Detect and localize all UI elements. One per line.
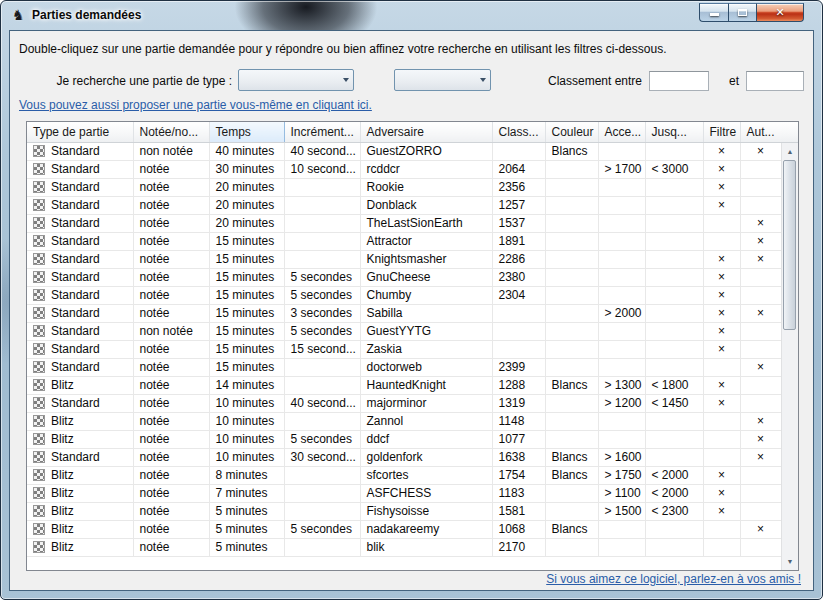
- column-header-increment[interactable]: Incrément...: [284, 122, 360, 142]
- game-row[interactable]: Standardnotée10 minutes40 second...major…: [27, 394, 781, 412]
- column-header-aut[interactable]: Aut...: [740, 122, 781, 142]
- scroll-up-button[interactable]: ▲: [782, 143, 798, 160]
- game-row[interactable]: Blitznotée10 minutesZannol1148×: [27, 412, 781, 430]
- column-header-filtre[interactable]: Filtre: [703, 122, 740, 142]
- cell-classement: [492, 322, 545, 340]
- column-header-notee[interactable]: Notée/no...: [133, 122, 209, 142]
- cell-jusq: [645, 214, 703, 232]
- game-row[interactable]: Standardnotée15 minutesdoctorweb2399×: [27, 358, 781, 376]
- cell-classement: 1319: [492, 394, 545, 412]
- cell-type: Standard: [27, 214, 133, 232]
- cell-aut: ×: [740, 358, 781, 376]
- cell-aut: ×: [740, 520, 781, 538]
- cell-classement: 1257: [492, 196, 545, 214]
- game-row[interactable]: Standardnotée30 minutes10 second...rcddc…: [27, 160, 781, 178]
- chessboard-icon: [33, 199, 45, 211]
- game-row[interactable]: Blitznotée14 minutesHauntedKnight1288Bla…: [27, 376, 781, 394]
- cell-filtre: [703, 412, 740, 430]
- cell-filtre: [703, 214, 740, 232]
- column-header-temps[interactable]: Temps: [209, 122, 284, 142]
- cell-adversaire: Zaskia: [360, 340, 492, 358]
- column-header-acce[interactable]: Acce...: [598, 122, 645, 142]
- scrollbar-thumb[interactable]: [783, 160, 796, 330]
- cell-adversaire: Donblack: [360, 196, 492, 214]
- game-row[interactable]: Standardnotée15 minutes15 second...Zaski…: [27, 340, 781, 358]
- game-row[interactable]: Standardnon notée15 minutes5 secondesGue…: [27, 322, 781, 340]
- cell-increment: [284, 196, 360, 214]
- column-header-couleur[interactable]: Couleur: [545, 122, 598, 142]
- cell-acce: [598, 232, 645, 250]
- cell-adversaire: nadakareemy: [360, 520, 492, 538]
- cell-couleur: [545, 484, 598, 502]
- game-row[interactable]: Standardnotée20 minutesRookie2356×: [27, 178, 781, 196]
- cell-temps: 15 minutes: [209, 322, 284, 340]
- scroll-down-button[interactable]: ▼: [782, 553, 798, 570]
- cell-notee: notée: [133, 466, 209, 484]
- cell-adversaire: blik: [360, 538, 492, 556]
- rating-min-input[interactable]: [649, 71, 709, 91]
- chessboard-icon: [33, 433, 45, 445]
- cell-type: Standard: [27, 160, 133, 178]
- game-row[interactable]: Standardnotée15 minutes5 secondesChumby2…: [27, 286, 781, 304]
- cell-notee: notée: [133, 502, 209, 520]
- game-subtype-select[interactable]: [394, 69, 491, 91]
- cell-acce: [598, 430, 645, 448]
- close-icon: ✕: [775, 7, 784, 18]
- cell-couleur: [545, 214, 598, 232]
- cell-adversaire: GuestZORRO: [360, 142, 492, 160]
- cell-temps: 5 minutes: [209, 502, 284, 520]
- game-row[interactable]: Standardnotée15 minutesAttractor1891×: [27, 232, 781, 250]
- game-type-select[interactable]: [238, 69, 354, 91]
- minimize-button[interactable]: [699, 3, 728, 22]
- propose-game-link[interactable]: Vous pouvez aussi proposer une partie vo…: [19, 98, 372, 112]
- cell-increment: 10 second...: [284, 160, 360, 178]
- cell-jusq: < 2000: [645, 484, 703, 502]
- game-row[interactable]: Blitznotée8 minutessfcortes1754Blancs> 1…: [27, 466, 781, 484]
- column-header-type[interactable]: Type de partie: [27, 122, 133, 142]
- cell-aut: [740, 502, 781, 520]
- column-header-classement[interactable]: Class...: [492, 122, 545, 142]
- cell-aut: [740, 394, 781, 412]
- rating-max-input[interactable]: [746, 71, 804, 91]
- vertical-scrollbar[interactable]: ▲ ▼: [781, 143, 798, 570]
- cell-classement: [492, 304, 545, 322]
- cell-adversaire: Attractor: [360, 232, 492, 250]
- cell-increment: 5 secondes: [284, 520, 360, 538]
- game-row[interactable]: Blitznotée5 minutesFishysoisse1581> 1500…: [27, 502, 781, 520]
- share-software-link[interactable]: Si vous aimez ce logiciel, parlez-en à v…: [546, 572, 801, 586]
- game-row[interactable]: Standardnon notée40 minutes40 second...G…: [27, 142, 781, 160]
- cell-acce: [598, 412, 645, 430]
- maximize-button[interactable]: [728, 3, 757, 22]
- titlebar[interactable]: ♞ Parties demandées ✕: [1, 1, 822, 30]
- game-row[interactable]: Standardnotée10 minutes30 second...golde…: [27, 448, 781, 466]
- cell-filtre: [703, 520, 740, 538]
- cell-increment: 5 secondes: [284, 268, 360, 286]
- cell-jusq: [645, 178, 703, 196]
- game-row[interactable]: Blitznotée10 minutes5 secondesddcf1077×: [27, 430, 781, 448]
- close-button[interactable]: ✕: [757, 3, 804, 22]
- game-row[interactable]: Blitznotée7 minutesASFCHESS1183> 1100< 2…: [27, 484, 781, 502]
- game-row[interactable]: Standardnotée15 minutes5 secondesGnuChee…: [27, 268, 781, 286]
- cell-temps: 10 minutes: [209, 412, 284, 430]
- game-row[interactable]: Blitznotée5 minutesblik2170: [27, 538, 781, 556]
- cell-temps: 14 minutes: [209, 376, 284, 394]
- cell-notee: notée: [133, 340, 209, 358]
- cell-acce: > 2000: [598, 304, 645, 322]
- game-row[interactable]: Blitznotée5 minutes5 secondesnadakareemy…: [27, 520, 781, 538]
- header-filler: [781, 122, 798, 143]
- column-header-jusq[interactable]: Jusq...: [645, 122, 703, 142]
- cell-adversaire: Knightsmasher: [360, 250, 492, 268]
- game-row[interactable]: Standardnotée20 minutesTheLastSionEarth1…: [27, 214, 781, 232]
- game-row[interactable]: Standardnotée15 minutesKnightsmasher2286…: [27, 250, 781, 268]
- cell-couleur: [545, 502, 598, 520]
- game-row[interactable]: Standardnotée20 minutesDonblack1257×: [27, 196, 781, 214]
- column-header-adversaire[interactable]: Adversaire: [360, 122, 492, 142]
- cell-filtre: [703, 232, 740, 250]
- dialog-content: Double-cliquez sur une partie demandée p…: [9, 30, 814, 591]
- cell-aut: [740, 340, 781, 358]
- cell-jusq: < 1450: [645, 394, 703, 412]
- cell-filtre: ×: [703, 484, 740, 502]
- cell-acce: > 1500: [598, 502, 645, 520]
- cell-acce: [598, 286, 645, 304]
- game-row[interactable]: Standardnotée15 minutes3 secondesSabilla…: [27, 304, 781, 322]
